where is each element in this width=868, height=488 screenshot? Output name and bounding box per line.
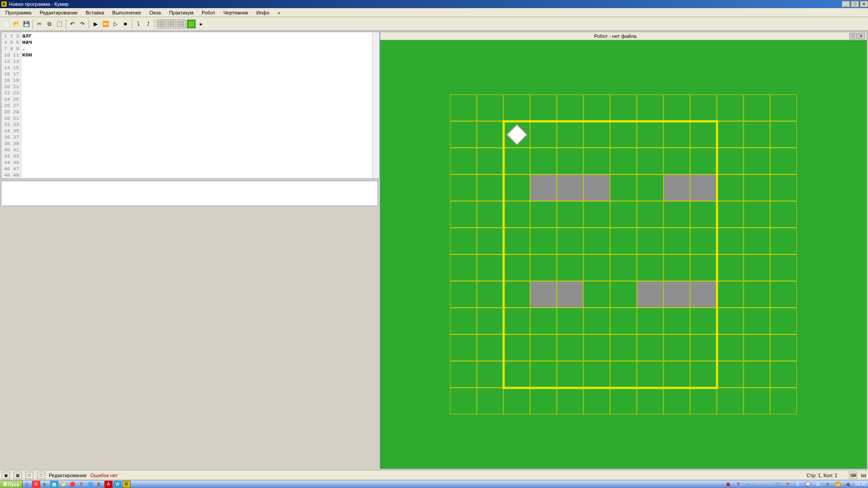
menu-выполнение[interactable]: Выполнение: [108, 9, 145, 16]
grid-cell[interactable]: [584, 148, 610, 174]
grid-cell[interactable]: [664, 94, 690, 121]
grid-cell[interactable]: [717, 121, 744, 148]
grid-cell[interactable]: [637, 228, 664, 254]
grid-cell[interactable]: [530, 228, 557, 254]
grid-cell[interactable]: [610, 121, 637, 148]
toolbar-win2-icon[interactable]: [167, 19, 176, 28]
grid-cell[interactable]: [450, 94, 477, 121]
grid-cell[interactable]: [717, 148, 744, 174]
grid-cell[interactable]: [717, 201, 744, 228]
grid-cell[interactable]: [584, 228, 610, 254]
code-body[interactable]: алг нач . кон: [21, 32, 372, 178]
grid-cell[interactable]: [584, 388, 610, 414]
grid-cell[interactable]: [584, 281, 610, 308]
toolbar-copy-icon[interactable]: ⧉: [45, 19, 54, 28]
grid-cell[interactable]: [690, 94, 717, 121]
status-keyboard-icon[interactable]: ⌨: [849, 472, 857, 479]
grid-cell[interactable]: [744, 148, 770, 174]
grid-cell[interactable]: [637, 388, 664, 414]
grid-cell[interactable]: [557, 361, 584, 388]
menu-инфо[interactable]: Инфо: [253, 9, 273, 16]
grid-cell[interactable]: [504, 361, 530, 388]
grid-cell[interactable]: [744, 361, 770, 388]
grid-cell[interactable]: [664, 308, 690, 334]
tray-icon-arrow[interactable]: »: [744, 481, 752, 488]
taskbar-icon-word[interactable]: W: [113, 481, 122, 488]
grid-cell[interactable]: [770, 148, 797, 174]
grid-cell[interactable]: [770, 281, 797, 308]
toolbar-stop-icon[interactable]: ■: [121, 19, 130, 28]
status-btn-4[interactable]: □: [37, 472, 45, 479]
grid-cell[interactable]: [504, 148, 530, 174]
grid-cell[interactable]: [477, 148, 504, 174]
grid-cell[interactable]: [664, 121, 690, 148]
grid-cell[interactable]: [584, 174, 610, 201]
tray-icon-star[interactable]: ✦: [754, 481, 762, 488]
taskbar-icon-yandex[interactable]: Я: [32, 481, 40, 488]
grid-cell[interactable]: [584, 121, 610, 148]
grid-cell[interactable]: [450, 228, 477, 254]
grid-cell[interactable]: [690, 174, 717, 201]
grid-cell[interactable]: [557, 121, 584, 148]
grid-cell[interactable]: [637, 148, 664, 174]
grid-cell[interactable]: [690, 308, 717, 334]
grid-cell[interactable]: [610, 254, 637, 281]
grid-cell[interactable]: [610, 201, 637, 228]
menu-практикум[interactable]: Практикум: [165, 9, 197, 16]
grid-cell[interactable]: [690, 334, 717, 361]
grid-cell[interactable]: [664, 174, 690, 201]
grid-cell[interactable]: [450, 174, 477, 201]
grid-cell[interactable]: [690, 148, 717, 174]
tray-icon-1[interactable]: ▣: [724, 481, 732, 488]
grid-cell[interactable]: [584, 361, 610, 388]
tray-clock[interactable]: 14:33: [855, 482, 866, 487]
grid-cell[interactable]: [450, 281, 477, 308]
grid-cell[interactable]: [610, 308, 637, 334]
grid-cell[interactable]: [690, 254, 717, 281]
grid-cell[interactable]: [770, 201, 797, 228]
grid-cell[interactable]: [504, 228, 530, 254]
status-btn-3[interactable]: □·: [25, 472, 33, 479]
grid-cell[interactable]: [637, 281, 664, 308]
grid-cell[interactable]: [584, 201, 610, 228]
grid-cell[interactable]: [450, 308, 477, 334]
menu-вставка[interactable]: Вставка: [82, 9, 108, 16]
grid-cell[interactable]: [610, 228, 637, 254]
toolbar-undo-icon[interactable]: ↶: [68, 19, 77, 28]
robot-field[interactable]: [380, 40, 867, 469]
toolbar-step-icon[interactable]: ▷: [111, 19, 120, 28]
output-panel[interactable]: [1, 181, 378, 206]
menu-чертежник[interactable]: Чертежник: [220, 9, 252, 16]
toolbar-step-out-icon[interactable]: ⤴: [144, 19, 153, 28]
toolbar-run-fast-icon[interactable]: ⏩: [101, 19, 110, 28]
grid-cell[interactable]: [557, 254, 584, 281]
taskbar-icon-y[interactable]: Y: [77, 481, 85, 488]
grid-cell[interactable]: [637, 94, 664, 121]
maximize-button[interactable]: □: [851, 1, 859, 7]
toolbar-redo-icon[interactable]: ↷: [78, 19, 87, 28]
grid-cell[interactable]: [504, 254, 530, 281]
grid-cell[interactable]: [770, 254, 797, 281]
panel-maximize-button[interactable]: □: [849, 33, 857, 39]
tray-volume-icon[interactable]: 🔊: [824, 481, 832, 488]
status-btn-1[interactable]: ▣: [2, 472, 10, 479]
grid-cell[interactable]: [450, 361, 477, 388]
grid-cell[interactable]: [744, 388, 770, 414]
grid-cell[interactable]: [477, 174, 504, 201]
grid-cell[interactable]: [637, 334, 664, 361]
status-btn-2[interactable]: ▦: [14, 472, 22, 479]
grid-cell[interactable]: [557, 334, 584, 361]
grid-cell[interactable]: [744, 94, 770, 121]
grid-cell[interactable]: [557, 228, 584, 254]
tray-network-icon[interactable]: 📶: [834, 481, 842, 488]
grid-cell[interactable]: [770, 361, 797, 388]
grid-cell[interactable]: [610, 334, 637, 361]
grid-cell[interactable]: [530, 254, 557, 281]
grid-cell[interactable]: [664, 228, 690, 254]
taskbar-icon-pdf[interactable]: A: [104, 481, 113, 488]
tray-icon-y2[interactable]: Y: [764, 481, 772, 488]
toolbar-step-into-icon[interactable]: ⤵: [134, 19, 143, 28]
taskbar-icon-explorer[interactable]: 📁: [59, 481, 67, 488]
grid-cell[interactable]: [717, 94, 744, 121]
grid-cell[interactable]: [557, 201, 584, 228]
